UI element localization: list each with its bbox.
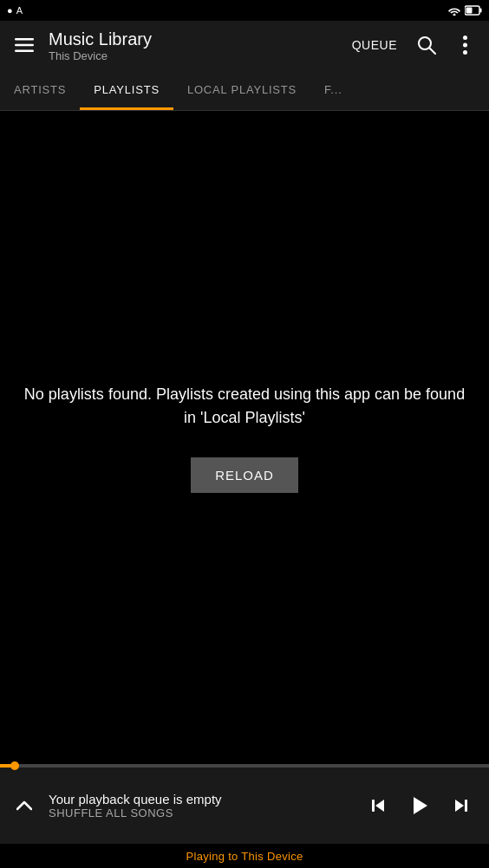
playing-to-bar: Playing to This Device bbox=[0, 844, 489, 868]
status-bar-right bbox=[447, 5, 482, 16]
tab-playlists[interactable]: PLAYLISTS bbox=[80, 69, 173, 110]
status-dot-icon: ● bbox=[7, 5, 13, 16]
progress-dot bbox=[10, 761, 19, 770]
main-content: No playlists found. Playlists created us… bbox=[0, 111, 489, 764]
search-icon bbox=[417, 36, 436, 55]
tab-fourth[interactable]: F... bbox=[310, 69, 356, 110]
empty-message: No playlists found. Playlists created us… bbox=[0, 383, 489, 430]
svg-rect-2 bbox=[466, 8, 473, 14]
status-bar: ● A bbox=[0, 0, 489, 21]
status-a-icon: A bbox=[16, 5, 23, 16]
app-title: Music Library bbox=[49, 29, 343, 49]
next-button[interactable] bbox=[444, 788, 479, 823]
svg-line-7 bbox=[430, 49, 436, 55]
play-button[interactable] bbox=[402, 788, 437, 823]
player-sub-label: SHUFFLE ALL SONGS bbox=[49, 806, 350, 819]
expand-player-button[interactable] bbox=[10, 792, 38, 819]
svg-rect-4 bbox=[15, 44, 34, 47]
menu-icon bbox=[15, 38, 34, 52]
reload-button[interactable]: RELOAD bbox=[191, 457, 298, 493]
player-bar: Your playback queue is empty SHUFFLE ALL… bbox=[0, 764, 489, 868]
svg-marker-14 bbox=[455, 800, 464, 812]
menu-button[interactable] bbox=[7, 28, 42, 62]
svg-point-8 bbox=[463, 36, 467, 40]
prev-button[interactable] bbox=[361, 788, 395, 823]
tab-local-playlists[interactable]: LOCAL PLAYLISTS bbox=[173, 69, 310, 110]
svg-point-10 bbox=[463, 50, 467, 55]
more-vertical-icon bbox=[463, 36, 467, 55]
play-icon bbox=[408, 794, 432, 818]
toolbar-title-block: Music Library This Device bbox=[42, 29, 343, 62]
toolbar-actions: QUEUE bbox=[343, 28, 482, 62]
svg-rect-12 bbox=[372, 800, 375, 812]
status-bar-left: ● A bbox=[7, 5, 23, 16]
svg-rect-15 bbox=[465, 800, 467, 812]
toolbar: Music Library This Device QUEUE bbox=[0, 21, 489, 69]
player-main: Your playback queue is empty SHUFFLE ALL… bbox=[0, 768, 489, 844]
svg-point-9 bbox=[463, 43, 467, 48]
tab-bar: ARTISTS PLAYLISTS LOCAL PLAYLISTS F... bbox=[0, 69, 489, 111]
app-subtitle: This Device bbox=[49, 49, 343, 62]
skip-forward-icon bbox=[451, 795, 472, 816]
progress-bar[interactable] bbox=[0, 764, 489, 768]
tab-artists[interactable]: ARTISTS bbox=[0, 69, 80, 110]
skip-back-icon bbox=[368, 795, 388, 816]
battery-icon bbox=[465, 5, 482, 16]
player-info: Your playback queue is empty SHUFFLE ALL… bbox=[49, 792, 350, 819]
search-button[interactable] bbox=[409, 28, 444, 62]
more-button[interactable] bbox=[447, 28, 482, 62]
svg-rect-1 bbox=[480, 9, 482, 13]
queue-button[interactable]: QUEUE bbox=[343, 33, 406, 57]
svg-marker-11 bbox=[375, 800, 384, 812]
player-track-name: Your playback queue is empty bbox=[49, 792, 350, 806]
wifi-icon bbox=[447, 5, 461, 16]
svg-rect-3 bbox=[15, 38, 34, 41]
svg-marker-13 bbox=[414, 797, 427, 814]
chevron-up-icon bbox=[16, 800, 32, 811]
svg-rect-5 bbox=[15, 50, 34, 53]
playing-to-text: Playing to This Device bbox=[186, 850, 303, 863]
player-controls bbox=[361, 788, 479, 823]
